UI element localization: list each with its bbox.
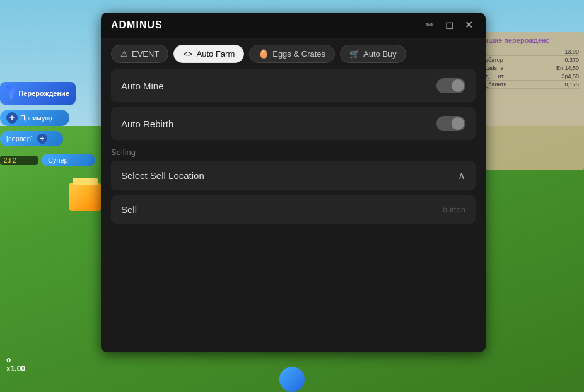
right-panel-title: Лучшие перерожденс — [476, 37, 579, 44]
tab-event[interactable]: ⚠ EVENT — [111, 45, 168, 63]
right-panel-row: Кл_д___ит3р4,50 — [476, 72, 579, 81]
sell-row: Sell button — [111, 195, 476, 224]
right-panel-row: Ур__баинти0,175 — [476, 81, 579, 89]
timer-text: 2d 2 — [4, 157, 16, 164]
select-sell-location-row[interactable]: Select Sell Location ∧ — [111, 161, 476, 190]
selling-section-label: Selling — [111, 147, 476, 157]
select-sell-location-label: Select Sell Location — [121, 170, 204, 181]
pencil-button[interactable]: ✏ — [423, 19, 436, 32]
autobuy-icon: 🛒 — [349, 49, 359, 59]
timer-badge: 2d 2 — [0, 156, 38, 165]
tab-bar: ⚠ EVENT <> Auto Farm 🥚 Eggs & Crates 🛒 A… — [101, 38, 486, 69]
auto-mine-toggle[interactable] — [436, 78, 465, 93]
empty-content-area — [101, 239, 486, 352]
bottom-line1: o — [6, 355, 25, 364]
right-panel-row: Инкубатор0,370 — [476, 56, 579, 64]
super-button[interactable]: Супер — [42, 154, 95, 166]
right-panel-row: Шак13,99 — [476, 48, 579, 56]
timer-row: 2d 2 Супер — [0, 154, 95, 166]
rebirth-button[interactable]: Перерождение — [0, 82, 76, 105]
dialog-title: ADMINUS — [111, 20, 163, 31]
tab-autofarm[interactable]: <> Auto Farm — [173, 45, 244, 63]
eggs-icon: 🥚 — [259, 49, 269, 59]
gold-box-decoration — [69, 183, 101, 211]
dialog-controls: ✏ ◻ ✕ — [423, 19, 476, 32]
auto-rebirth-row: Auto Rebirth — [111, 107, 476, 140]
auto-rebirth-label: Auto Rebirth — [121, 118, 173, 129]
bottom-line2: x1.00 — [6, 364, 25, 373]
rebirth-arrow-icon — [6, 86, 16, 101]
server-button[interactable]: [сервер] + — [0, 131, 63, 146]
character-icon — [279, 367, 305, 392]
server-plus-icon: + — [37, 134, 47, 144]
advantage-label: Преимуще — [20, 114, 55, 122]
right-panel-rows: Шак13,99Инкубатор0,370Ml_Lads_aEm14,50Кл… — [476, 48, 579, 89]
auto-mine-label: Auto Mine — [121, 81, 164, 91]
tab-autofarm-label: Auto Farm — [197, 49, 235, 59]
sell-label: Sell — [121, 204, 137, 215]
rebirth-label: Перерождение — [18, 89, 69, 97]
autofarm-icon: <> — [183, 49, 192, 59]
adminus-dialog: ADMINUS ✏ ◻ ✕ ⚠ EVENT <> Auto Farm 🥚 Egg… — [101, 13, 486, 352]
square-button[interactable]: ◻ — [443, 19, 456, 32]
super-label: Супер — [48, 156, 68, 164]
plus-icon: + — [6, 112, 18, 124]
tab-eggs[interactable]: 🥚 Eggs & Crates — [249, 45, 335, 63]
tab-event-label: EVENT — [132, 49, 159, 59]
advantage-button[interactable]: + Преимуще — [0, 110, 69, 126]
left-ui: Перерождение + Преимуще [сервер] + 2d 2 … — [0, 82, 95, 166]
tab-eggs-label: Eggs & Crates — [272, 49, 325, 59]
dialog-header: ADMINUS ✏ ◻ ✕ — [101, 13, 486, 38]
right-panel-row: Ml_Lads_aEm14,50 — [476, 64, 579, 72]
auto-mine-row: Auto Mine — [111, 69, 476, 102]
right-panel: Лучшие перерожденс Шак13,99Инкубатор0,37… — [470, 32, 584, 170]
tab-content: Auto Mine Auto Rebirth Selling Select Se… — [101, 69, 486, 239]
server-label: [сервер] — [6, 135, 33, 142]
close-button[interactable]: ✕ — [462, 19, 476, 32]
tab-autobuy-label: Auto Buy — [363, 49, 397, 59]
sell-button-text: button — [443, 205, 465, 214]
auto-rebirth-toggle[interactable] — [436, 116, 465, 131]
chevron-up-icon: ∧ — [458, 170, 465, 182]
tab-autobuy[interactable]: 🛒 Auto Buy — [340, 45, 406, 63]
event-icon: ⚠ — [120, 49, 128, 59]
bottom-left-info: o x1.00 — [6, 355, 25, 373]
